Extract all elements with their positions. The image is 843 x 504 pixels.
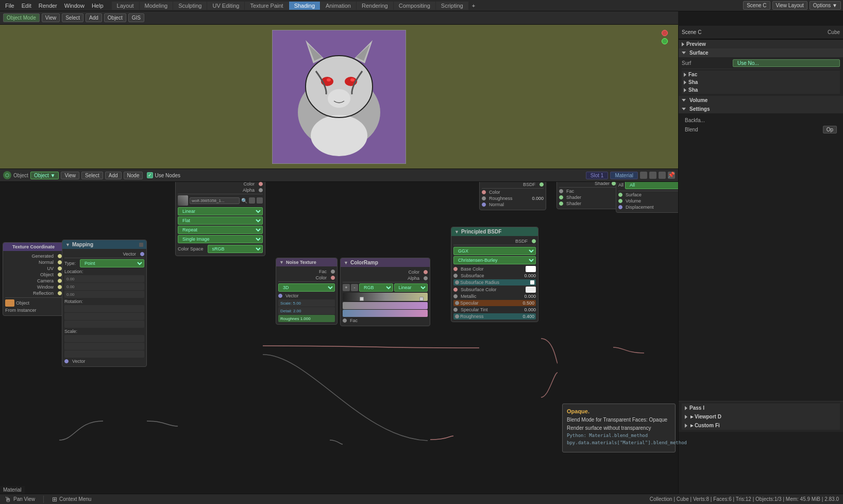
- use-nodes-surface-btn[interactable]: Use No...: [733, 59, 840, 67]
- noise-dimension-select[interactable]: 3D: [278, 283, 335, 292]
- p-specular-val: 0.500: [522, 300, 534, 306]
- image-browse-icon[interactable]: 🔍: [241, 198, 247, 204]
- image-alpha-out: Alpha: [243, 188, 255, 193]
- tab-shading[interactable]: Shading: [289, 2, 320, 10]
- mapping-settings-icon[interactable]: [139, 243, 143, 247]
- p-roughness-row[interactable]: Roughness 0.400: [453, 313, 536, 320]
- p-basecolor-swatch[interactable]: [526, 266, 536, 272]
- sha-subsection1[interactable]: Sha: [682, 78, 840, 86]
- custom-fi-section[interactable]: ►Custom Fi: [682, 421, 840, 430]
- mix-shader2-label: Shader: [566, 201, 581, 206]
- menu-edit[interactable]: Edit: [19, 2, 35, 10]
- blend-dropdown[interactable]: Op: [823, 126, 837, 133]
- sha-subsection2[interactable]: Sha: [682, 86, 840, 94]
- color-space-select[interactable]: sRGB: [208, 245, 263, 253]
- use-nodes-toggle[interactable]: ✓ Use Nodes: [147, 172, 180, 178]
- add-workspace-btn[interactable]: +: [469, 2, 478, 10]
- preview-section[interactable]: Preview: [679, 40, 843, 48]
- mapping-scale-x[interactable]: [64, 335, 144, 342]
- mapping-location-z[interactable]: 0.00: [64, 291, 144, 298]
- p-specular-row[interactable]: Specular 0.500: [453, 300, 536, 306]
- p-ss-color-swatch[interactable]: [526, 287, 536, 293]
- cr-stop-right[interactable]: [419, 297, 424, 301]
- viewport-add-btn[interactable]: Add: [86, 13, 102, 22]
- fac-subsection[interactable]: Fac: [682, 71, 840, 78]
- noise-scale-field[interactable]: Scale: 5.00: [278, 299, 335, 307]
- principled-dist-select[interactable]: GGX: [453, 247, 536, 255]
- tab-modeling[interactable]: Modeling: [140, 2, 173, 10]
- viewport-view-btn[interactable]: View: [42, 13, 60, 22]
- menu-file[interactable]: File: [2, 2, 18, 10]
- texture-coordinate-node[interactable]: Texture Coordinate Generated Normal UV O…: [3, 242, 64, 316]
- viewport-gis-btn[interactable]: GIS: [128, 13, 144, 22]
- image-projection-select[interactable]: Flat: [178, 216, 263, 225]
- cr-add-stop-btn[interactable]: +: [343, 284, 350, 291]
- view-layout-btn[interactable]: View Layout: [772, 1, 807, 10]
- menu-render[interactable]: Render: [36, 2, 60, 10]
- image-extension-select[interactable]: Repeat: [178, 226, 263, 234]
- mapping-rotation-x[interactable]: [64, 305, 144, 312]
- cr-interp-select[interactable]: Linear: [394, 283, 428, 292]
- image-texture-node[interactable]: ▼ wolf-3985358_1280.png Color Alpha wolf…: [175, 170, 265, 256]
- surface-section[interactable]: Surface: [679, 48, 843, 57]
- ne-add-btn[interactable]: Add: [105, 172, 122, 179]
- camera-icon[interactable]: [649, 172, 656, 179]
- cr-gradient-bar[interactable]: [343, 293, 428, 301]
- principled-ss-select[interactable]: Christensen-Burley: [453, 256, 536, 264]
- pass-section-header[interactable]: Pass I: [682, 404, 840, 412]
- scene-btn[interactable]: Scene C: [743, 1, 770, 10]
- cr-remove-stop-btn[interactable]: -: [351, 284, 358, 291]
- menu-window[interactable]: Window: [61, 2, 88, 10]
- ne-view-btn[interactable]: View: [61, 172, 79, 179]
- slot-dropdown[interactable]: Slot 1: [586, 172, 609, 179]
- image-open-icon[interactable]: [257, 197, 263, 204]
- mapping-rotation-y[interactable]: [64, 313, 144, 320]
- principled-bsdf-node[interactable]: ▼ Principled BSDF BSDF GGX Christensen-B…: [451, 227, 538, 322]
- noise-roughness-field[interactable]: Roughnes 1.000: [278, 315, 335, 322]
- noise-fac-out: Fac: [319, 269, 327, 274]
- viewport-object-btn[interactable]: Object: [104, 13, 126, 22]
- noise-detail-field[interactable]: Detail: 2.00: [278, 307, 335, 314]
- tab-compositing[interactable]: Compositing: [394, 2, 435, 10]
- node-editor-type-btn[interactable]: ⬡: [3, 171, 11, 179]
- viewport-d-section[interactable]: ►Viewport D: [682, 412, 840, 421]
- image-interpolation-select[interactable]: Linear: [178, 207, 263, 215]
- ne-select-btn[interactable]: Select: [81, 172, 103, 179]
- object-color-swatch[interactable]: [5, 299, 14, 307]
- mapping-type-select[interactable]: Point: [80, 259, 144, 267]
- mapping-scale-z[interactable]: [64, 350, 144, 358]
- image-name-field[interactable]: wolf-3985358_1...: [190, 197, 240, 204]
- output-target-select[interactable]: All: [625, 181, 678, 189]
- object-dropdown[interactable]: Object ▼: [30, 172, 59, 179]
- p-subsurface-radius-row[interactable]: Subsurface Radius: [453, 279, 536, 285]
- render-icon[interactable]: [659, 172, 666, 179]
- tab-animation[interactable]: Animation: [321, 2, 356, 10]
- mapping-scale-y[interactable]: [64, 343, 144, 350]
- image-source-select[interactable]: Single Image: [178, 235, 263, 243]
- material-dropdown[interactable]: Material: [610, 172, 638, 179]
- mapping-location-x[interactable]: 0.00: [64, 275, 144, 282]
- volume-section[interactable]: Volume: [679, 96, 843, 105]
- pin-icon[interactable]: 📌: [668, 172, 675, 179]
- menu-help[interactable]: Help: [89, 2, 107, 10]
- options-btn[interactable]: Options ▼: [810, 1, 841, 10]
- noise-texture-node[interactable]: ▼ Noise Texture Fac Color 3D Vector Scal…: [276, 258, 338, 325]
- viewport-select-btn[interactable]: Select: [62, 13, 83, 22]
- mapping-location-y[interactable]: 0.00: [64, 283, 144, 290]
- image-new-icon[interactable]: [249, 197, 255, 204]
- tab-uv-editing[interactable]: UV Editing: [207, 2, 244, 10]
- mapping-node[interactable]: ▼ Mapping Vector Type: Point Location: 0…: [62, 240, 147, 367]
- object-mode-dropdown[interactable]: Object Mode: [3, 13, 40, 22]
- cr-mode-select[interactable]: RGB: [359, 283, 393, 292]
- settings-section[interactable]: Settings: [679, 105, 843, 113]
- cr-stop-left[interactable]: [360, 297, 364, 301]
- colorramp-node[interactable]: ▼ ColorRamp Color Alpha + - RGB Linear: [340, 258, 430, 326]
- tab-texture-paint[interactable]: Texture Paint: [245, 2, 288, 10]
- shield-icon[interactable]: [640, 172, 647, 179]
- tab-scripting[interactable]: Scripting: [436, 2, 468, 10]
- ne-node-btn[interactable]: Node: [124, 172, 143, 179]
- tab-sculpting[interactable]: Sculpting: [173, 2, 207, 10]
- mapping-rotation-z[interactable]: [64, 321, 144, 328]
- tab-rendering[interactable]: Rendering: [357, 2, 393, 10]
- tab-layout[interactable]: Layout: [112, 2, 139, 10]
